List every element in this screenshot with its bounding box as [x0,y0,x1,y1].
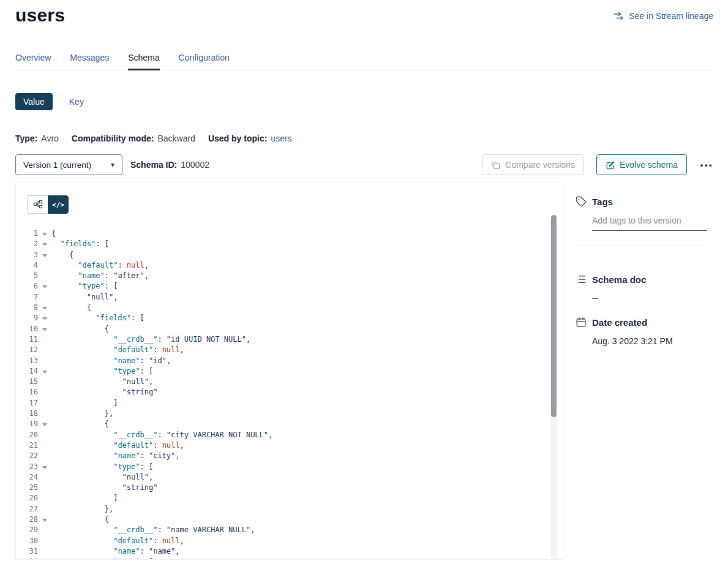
code-line: 23 "type": [ [16,462,563,472]
code-line: 15 "null", [16,377,563,387]
line-number: 13 [16,356,38,366]
code-line: 26 ] [16,493,563,503]
code-text: "string" [51,483,157,493]
code-line: 20 "__crdb__": "city VARCHAR NOT NULL", [16,430,563,440]
code-text: "default": null, [51,345,184,355]
evolve-schema-button[interactable]: Evolve schema [596,154,687,175]
page-title: users [15,5,65,26]
vertical-scrollbar[interactable] [551,215,557,559]
line-number: 2 [16,239,38,249]
tree-view-button[interactable] [27,195,48,214]
schema-content: </> 1{2 "fields": [3 {4 "default": null,… [15,183,713,560]
line-number: 27 [16,504,38,514]
code-line: 17 ] [16,398,563,409]
fold-toggle-icon[interactable] [38,366,51,377]
line-number: 25 [16,483,38,493]
code-line: 1{ [16,228,563,239]
compatibility-label: Compatibility mode: [72,134,154,143]
code-text: "default": null, [51,440,184,451]
code-text: "__crdb__": "id UUID NOT NULL", [51,334,250,345]
tab-bar: Overview Messages Schema Configuration [15,53,713,70]
fold-toggle-icon[interactable] [38,303,51,313]
evolve-schema-icon [606,160,615,170]
line-number: 20 [16,430,38,440]
code-line: 30 "default": null, [16,536,563,546]
schema-sidebar: Tags Schema doc [563,183,713,560]
code-text: "default": null, [51,260,149,271]
stream-lineage-link[interactable]: See in Stream lineage [614,11,713,21]
line-number: 1 [16,228,38,239]
key-toggle-button[interactable]: Key [69,97,84,107]
line-number: 9 [16,313,38,323]
code-line: 13 "name": "id", [16,356,563,366]
code-lines: 1{2 "fields": [3 {4 "default": null,5 "n… [16,228,563,560]
fold-toggle-icon[interactable] [38,557,51,560]
code-line: 27 }, [16,504,563,514]
code-text: }, [51,409,113,419]
fold-toggle-icon[interactable] [38,419,51,429]
topic-link[interactable]: users [271,134,291,143]
code-text: { [51,514,109,525]
code-line: 6 "type": [ [16,281,563,292]
tags-section: Tags [576,196,713,246]
code-line: 31 "name": "name", [16,546,563,557]
editor-view-toggle: </> [27,195,563,214]
code-line: 16 "string" [16,387,563,397]
line-number: 8 [16,303,38,313]
scrollbar-thumb[interactable] [551,215,557,417]
fold-toggle-icon[interactable] [38,324,51,334]
schema-editor-panel: </> 1{2 "fields": [3 {4 "default": null,… [15,183,563,560]
stream-lineage-label: See in Stream lineage [629,11,713,21]
code-text: "__crdb__": "city VARCHAR NOT NULL", [51,430,272,440]
schema-controls: Version 1 (current) ▾ Schema ID: 100002 … [15,154,713,175]
code-line: 21 "default": null, [16,440,563,451]
fold-toggle-icon[interactable] [38,313,51,323]
tree-view-icon [33,200,43,209]
code-text: { [51,250,73,260]
code-view-button[interactable]: </> [48,195,69,214]
line-number: 12 [16,345,38,355]
code-text: ] [51,398,118,409]
fold-toggle-icon[interactable] [38,250,51,260]
tab-configuration[interactable]: Configuration [179,53,230,70]
tab-messages[interactable]: Messages [70,53,109,70]
compare-versions-icon [491,160,500,170]
code-text: "null", [51,377,153,387]
code-view-icon: </> [52,201,64,209]
fold-toggle-icon[interactable] [38,239,51,249]
code-text: "name": "id", [51,356,171,366]
code-text: "name": "after", [51,271,149,281]
page-header: users See in Stream lineage [15,5,713,26]
code-text: }, [51,504,113,514]
compatibility-value: Backward [157,134,195,143]
fold-toggle-icon[interactable] [38,462,51,472]
line-number: 17 [16,398,38,409]
evolve-schema-label: Evolve schema [620,160,678,170]
fold-toggle-icon[interactable] [38,281,51,292]
code-text: "fields": [ [51,239,109,249]
code-line: 32 "type": [ [16,557,563,560]
tab-schema[interactable]: Schema [128,53,159,70]
line-number: 3 [16,250,38,260]
more-options-button[interactable]: ••• [700,160,713,170]
value-toggle-button[interactable]: Value [15,93,53,110]
code-text: "string" [51,387,157,397]
code-text: "default": null, [51,536,184,546]
compare-versions-button[interactable]: Compare versions [482,154,584,175]
date-created-section: Date created Aug. 3 2022 3:21 PM [576,317,713,346]
code-text: "type": [ [51,366,153,377]
tab-overview[interactable]: Overview [15,53,51,70]
add-tags-input[interactable] [592,216,707,231]
code-line: 18 }, [16,409,563,419]
code-text: "name": "city", [51,451,180,461]
schema-page: users See in Stream lineage Overview Mes… [0,0,728,560]
line-number: 4 [16,260,38,271]
fold-toggle-icon[interactable] [38,514,51,525]
line-number: 28 [16,514,38,525]
code-text: "null", [51,472,153,483]
line-number: 31 [16,546,38,557]
code-line: 8 { [16,303,563,313]
version-select[interactable]: Version 1 (current) ▾ [15,154,122,175]
fold-toggle-icon[interactable] [38,228,51,239]
code-line: 12 "default": null, [16,345,563,355]
